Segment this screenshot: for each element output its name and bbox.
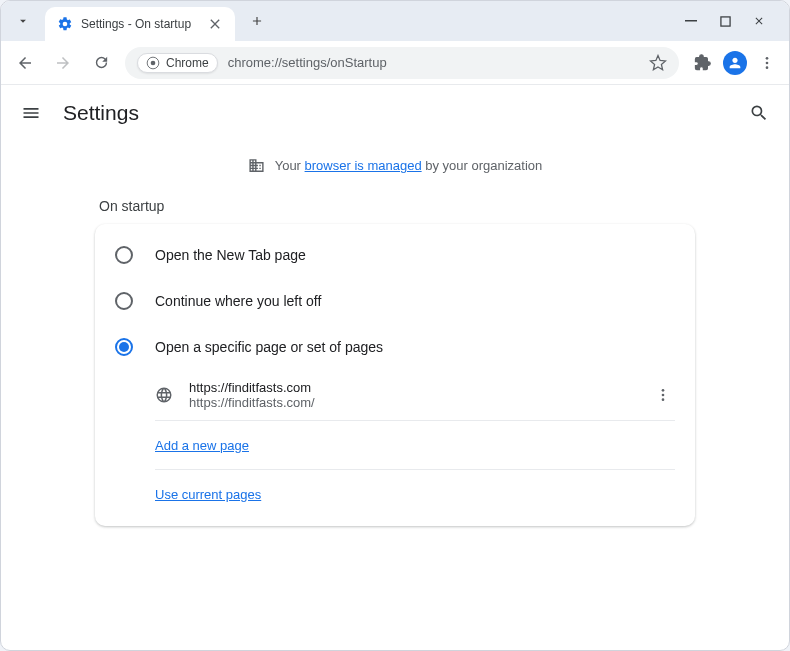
settings-header: Settings xyxy=(1,85,789,141)
chevron-down-icon xyxy=(16,14,30,28)
managed-banner: Your browser is managed by your organiza… xyxy=(1,149,789,192)
hamburger-icon xyxy=(21,103,41,123)
person-icon xyxy=(727,55,743,71)
more-vert-icon xyxy=(759,55,775,71)
maximize-button[interactable] xyxy=(717,13,733,29)
svg-point-7 xyxy=(662,389,665,392)
svg-point-5 xyxy=(766,61,769,64)
chrome-logo-icon xyxy=(146,56,160,70)
use-current-link[interactable]: Use current pages xyxy=(155,487,261,502)
extensions-button[interactable] xyxy=(693,54,711,72)
search-button[interactable] xyxy=(749,103,769,123)
svg-rect-1 xyxy=(720,16,729,25)
svg-point-8 xyxy=(662,394,665,397)
option-continue[interactable]: Continue where you left off xyxy=(95,278,695,324)
building-icon xyxy=(248,157,265,174)
site-info-chip[interactable]: Chrome xyxy=(137,53,218,73)
page-entry-title: https://finditfasts.com xyxy=(189,380,639,395)
option-label: Continue where you left off xyxy=(155,293,321,309)
page-title: Settings xyxy=(63,101,139,125)
add-page-row: Add a new page xyxy=(155,421,675,470)
managed-text: Your browser is managed by your organiza… xyxy=(275,158,543,173)
more-vert-icon xyxy=(655,387,671,403)
option-specific-pages[interactable]: Open a specific page or set of pages xyxy=(95,324,695,370)
svg-point-6 xyxy=(766,66,769,69)
radio-icon-selected xyxy=(115,338,133,356)
forward-button[interactable] xyxy=(49,49,77,77)
browser-window: Settings - On startup Chrome chrome://se… xyxy=(0,0,790,651)
reload-button[interactable] xyxy=(87,49,115,77)
site-chip-label: Chrome xyxy=(166,56,209,70)
svg-rect-0 xyxy=(685,20,697,22)
startup-page-entry: https://finditfasts.com https://finditfa… xyxy=(155,370,675,421)
globe-icon xyxy=(155,386,173,404)
radio-icon xyxy=(115,246,133,264)
gear-icon xyxy=(57,16,73,32)
window-controls xyxy=(683,13,781,29)
active-tab[interactable]: Settings - On startup xyxy=(45,7,235,41)
back-button[interactable] xyxy=(11,49,39,77)
settings-content: Your browser is managed by your organiza… xyxy=(1,141,789,526)
option-new-tab[interactable]: Open the New Tab page xyxy=(95,232,695,278)
address-bar[interactable]: Chrome chrome://settings/onStartup xyxy=(125,47,679,79)
tab-strip: Settings - On startup xyxy=(1,1,789,41)
svg-point-4 xyxy=(766,57,769,60)
startup-pages-list: https://finditfasts.com https://finditfa… xyxy=(95,370,695,518)
tab-title: Settings - On startup xyxy=(81,17,199,31)
page-entry-url: https://finditfasts.com/ xyxy=(189,395,639,410)
tab-search-dropdown[interactable] xyxy=(9,7,37,35)
option-label: Open a specific page or set of pages xyxy=(155,339,383,355)
page-entry-menu[interactable] xyxy=(655,387,675,403)
section-title: On startup xyxy=(1,192,789,224)
search-icon xyxy=(749,103,769,123)
new-tab-button[interactable] xyxy=(243,7,271,35)
svg-point-9 xyxy=(662,398,665,401)
minimize-button[interactable] xyxy=(683,13,699,29)
profile-avatar[interactable] xyxy=(723,51,747,75)
browser-toolbar: Chrome chrome://settings/onStartup xyxy=(1,41,789,85)
close-window-button[interactable] xyxy=(751,13,767,29)
option-label: Open the New Tab page xyxy=(155,247,306,263)
startup-card: Open the New Tab page Continue where you… xyxy=(95,224,695,526)
close-icon[interactable] xyxy=(207,16,223,32)
menu-button[interactable] xyxy=(21,103,41,123)
add-page-link[interactable]: Add a new page xyxy=(155,438,249,453)
use-current-row: Use current pages xyxy=(155,470,675,518)
managed-link[interactable]: browser is managed xyxy=(305,158,422,173)
radio-icon xyxy=(115,292,133,310)
bookmark-button[interactable] xyxy=(649,54,667,72)
browser-menu-button[interactable] xyxy=(759,55,775,71)
svg-point-3 xyxy=(151,60,156,65)
plus-icon xyxy=(250,14,264,28)
url-text: chrome://settings/onStartup xyxy=(228,55,387,70)
